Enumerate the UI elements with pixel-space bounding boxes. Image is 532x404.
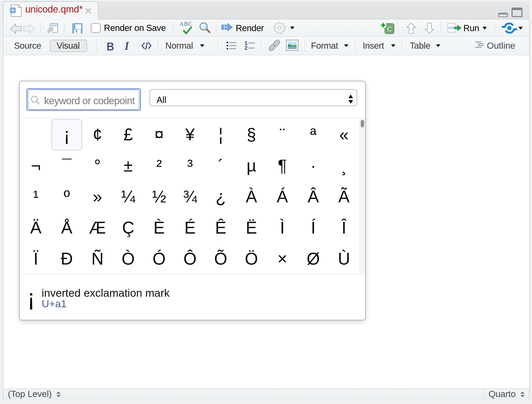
svg-text:C: C <box>387 25 392 33</box>
svg-text:2: 2 <box>245 45 247 50</box>
